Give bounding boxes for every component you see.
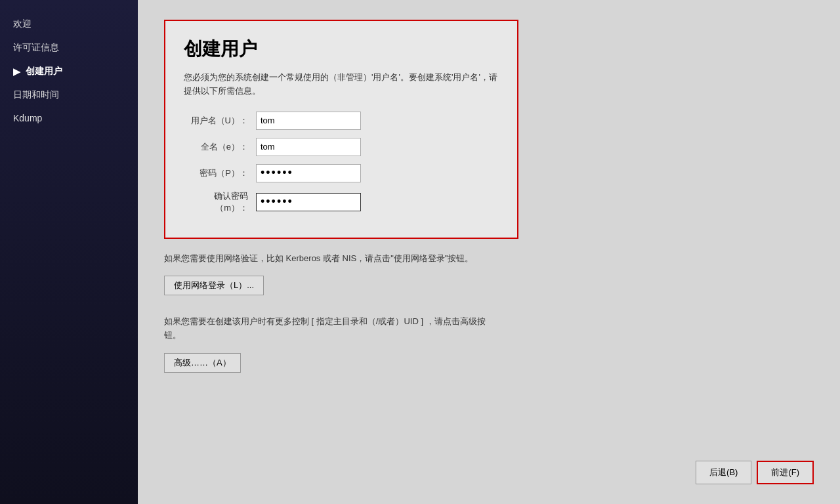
sidebar-item-kdump[interactable]: Kdump: [0, 108, 138, 129]
advanced-description: 如果您需要在创建该用户时有更多控制 [ 指定主目录和（/或者）UID ] ，请点…: [164, 315, 492, 343]
sidebar-item-datetime[interactable]: 日期和时间: [0, 84, 138, 106]
fullname-input[interactable]: [256, 138, 361, 156]
main-content: 创建用户 您必须为您的系统创建一个常规使用的（非管理）'用户名'。要创建系统'用…: [138, 0, 840, 504]
forward-button[interactable]: 前进(F): [757, 461, 814, 484]
sidebar-item-label: 许可证信息: [13, 42, 59, 54]
advanced-button[interactable]: 高级……（A）: [164, 353, 241, 373]
sidebar-item-label: 欢迎: [13, 18, 32, 30]
form-title: 创建用户: [184, 37, 499, 62]
advanced-button-container: 高级……（A）: [164, 353, 814, 373]
footer-buttons: 后退(B) 前进(F): [696, 461, 814, 484]
sidebar: 欢迎 许可证信息 ▶ 创建用户 日期和时间 Kdump: [0, 0, 138, 504]
network-login-button[interactable]: 使用网络登录（L）...: [164, 276, 264, 295]
password-label: 密码（P）：: [184, 167, 256, 179]
form-description: 您必须为您的系统创建一个常规使用的（非管理）'用户名'。要创建系统'用户名'，请…: [184, 71, 499, 98]
sidebar-item-label: Kdump: [13, 113, 42, 123]
sidebar-item-welcome[interactable]: 欢迎: [0, 13, 138, 35]
sidebar-item-label: 日期和时间: [13, 89, 59, 101]
username-label: 用户名（U）：: [184, 115, 256, 127]
sidebar-item-create-user[interactable]: ▶ 创建用户: [0, 60, 138, 83]
password-input[interactable]: [256, 164, 361, 182]
network-description: 如果您需要使用网络验证，比如 Kerberos 或者 NIS，请点击"使用网络登…: [164, 252, 492, 266]
confirm-password-input[interactable]: [256, 193, 361, 211]
sidebar-item-label: 创建用户: [26, 66, 62, 77]
fullname-row: 全名（e）：: [184, 138, 499, 156]
arrow-icon: ▶: [13, 66, 20, 77]
username-row: 用户名（U）：: [184, 112, 499, 130]
confirm-password-label: 确认密码（m）：: [184, 190, 256, 214]
username-input[interactable]: [256, 112, 361, 130]
back-button[interactable]: 后退(B): [696, 461, 751, 484]
fullname-label: 全名（e）：: [184, 141, 256, 153]
create-user-form-card: 创建用户 您必须为您的系统创建一个常规使用的（非管理）'用户名'。要创建系统'用…: [164, 20, 518, 239]
network-login-button-container: 使用网络登录（L）...: [164, 276, 814, 295]
password-row: 密码（P）：: [184, 164, 499, 182]
confirm-password-row: 确认密码（m）：: [184, 190, 499, 214]
sidebar-item-license[interactable]: 许可证信息: [0, 37, 138, 59]
